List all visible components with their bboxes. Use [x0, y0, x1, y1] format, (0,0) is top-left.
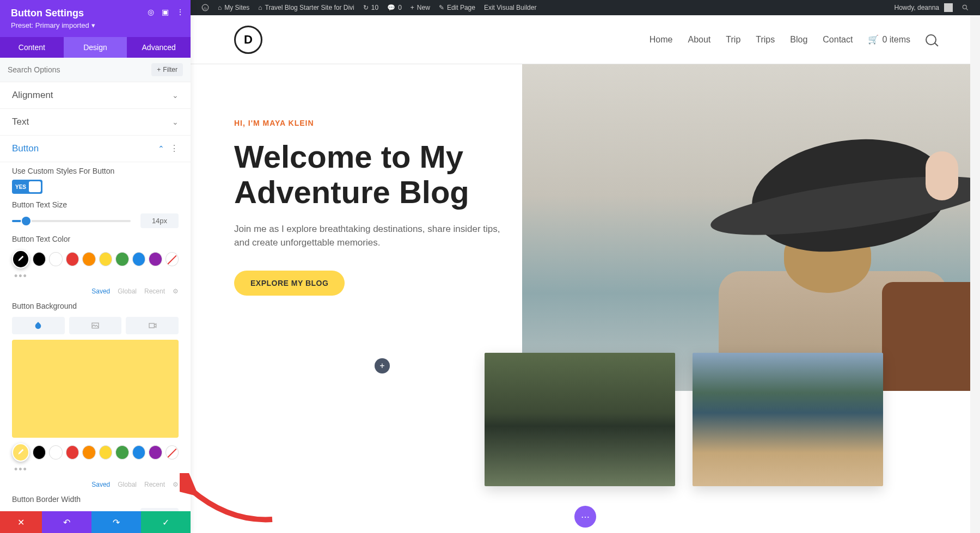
site-header: D Home About Trip Trips Blog Contact 🛒 0… [191, 15, 980, 64]
border-width-label: Button Border Width [12, 495, 179, 504]
comments-link[interactable]: 💬0 [383, 4, 406, 11]
hero-headline: Welcome to My Adventure Blog [234, 139, 500, 210]
nav-item[interactable]: About [688, 35, 711, 45]
nav-item[interactable]: Home [650, 35, 673, 45]
swatch[interactable] [132, 445, 145, 460]
text-color-label: Button Text Color [12, 235, 179, 243]
nav-item[interactable]: Blog [790, 35, 807, 45]
admin-search-icon[interactable] [957, 4, 973, 11]
wp-logo[interactable] [197, 4, 213, 11]
swatch[interactable] [33, 252, 46, 266]
expand-icon[interactable]: ▣ [162, 8, 169, 16]
sidebar-footer: ✕ ↶ ↷ ✓ [0, 511, 191, 533]
gear-icon[interactable]: ⚙ [173, 481, 179, 488]
image-card[interactable] [693, 353, 883, 486]
text-color-swatches [12, 248, 179, 271]
acc-text[interactable]: Text⌄ [0, 109, 191, 136]
page-canvas: D Home About Trip Trips Blog Contact 🛒 0… [191, 15, 980, 533]
tab-advanced[interactable]: Advanced [127, 37, 191, 58]
panel-body: Alignment⌄ Text⌄ Button⌃⋮ Use Custom Sty… [0, 82, 191, 511]
text-size-slider[interactable] [12, 220, 131, 222]
bg-tab-image[interactable] [69, 317, 122, 334]
swatch[interactable] [99, 252, 112, 266]
wp-admin-bar: ⌂My Sites ⌂Travel Blog Starter Site for … [191, 0, 980, 15]
swatch[interactable] [82, 445, 95, 460]
cancel-button[interactable]: ✕ [0, 511, 42, 533]
chevron-up-icon: ⌃ [158, 144, 164, 153]
builder-fab[interactable]: ⋯ [574, 506, 596, 528]
my-sites-link[interactable]: ⌂My Sites [213, 4, 254, 11]
nav-item[interactable]: Trips [756, 35, 775, 45]
hero-eyebrow: HI, I'M MAYA KLEIN [234, 119, 500, 127]
acc-alignment[interactable]: Alignment⌄ [0, 82, 191, 109]
nav-item[interactable]: Contact [823, 35, 853, 45]
custom-styles-toggle[interactable]: YES [12, 180, 42, 194]
save-button[interactable]: ✓ [141, 511, 191, 533]
svg-rect-4 [149, 323, 154, 328]
redo-button[interactable]: ↷ [91, 511, 141, 533]
more-dots[interactable]: ••• [12, 464, 179, 475]
swatch[interactable] [149, 445, 162, 460]
kebab-icon[interactable]: ⋮ [164, 144, 179, 153]
swatch[interactable] [115, 252, 128, 266]
palette-recent[interactable]: Recent [144, 481, 165, 488]
swatch[interactable] [49, 252, 62, 266]
palette-recent[interactable]: Recent [144, 287, 165, 295]
palette-saved[interactable]: Saved [91, 287, 110, 295]
new-link[interactable]: +New [406, 4, 434, 11]
nav-item[interactable]: Trip [726, 35, 740, 45]
svg-line-2 [966, 9, 968, 10]
swatch[interactable] [66, 445, 79, 460]
image-card[interactable] [485, 353, 675, 486]
cart-link[interactable]: 🛒 0 items [868, 34, 910, 45]
search-input[interactable] [8, 62, 151, 77]
filter-button[interactable]: +Filter [151, 63, 183, 76]
swatch-selected[interactable] [12, 443, 29, 462]
settings-tabs: Content Design Advanced [0, 37, 191, 58]
swatch-selected[interactable] [12, 250, 29, 268]
bg-preview[interactable] [12, 340, 179, 438]
swatch-none[interactable] [166, 445, 179, 460]
howdy-link[interactable]: Howdy, deanna [890, 3, 958, 12]
palette-global[interactable]: Global [118, 287, 137, 295]
swatch[interactable] [33, 445, 46, 460]
settings-sidebar: Button Settings Preset: Primary imported… [0, 0, 191, 533]
acc-button[interactable]: Button⌃⋮ [0, 136, 191, 162]
bg-tab-color[interactable] [12, 317, 65, 334]
hero-section: HI, I'M MAYA KLEIN Welcome to My Adventu… [191, 64, 980, 391]
preset-selector[interactable]: Preset: Primary imported▾ [11, 21, 180, 29]
site-title-link[interactable]: ⌂Travel Blog Starter Site for Divi [254, 4, 359, 11]
swatch[interactable] [82, 252, 95, 266]
swatch-none[interactable] [166, 252, 179, 266]
text-size-value[interactable]: 14px [140, 213, 179, 228]
gear-icon[interactable]: ⚙ [173, 287, 179, 295]
swatch[interactable] [99, 445, 112, 460]
site-logo[interactable]: D [234, 26, 262, 54]
swatch[interactable] [66, 252, 79, 266]
swatch[interactable] [149, 252, 162, 266]
tab-design[interactable]: Design [64, 37, 127, 58]
more-dots[interactable]: ••• [12, 271, 179, 282]
tab-content[interactable]: Content [0, 37, 64, 58]
updates-link[interactable]: ↻10 [359, 4, 383, 11]
bg-color-swatches [12, 441, 179, 464]
help-icon[interactable]: ◎ [148, 8, 154, 16]
undo-button[interactable]: ↶ [42, 511, 91, 533]
bg-tab-video[interactable] [126, 317, 179, 334]
kebab-icon[interactable]: ⋮ [176, 8, 184, 16]
palette-global[interactable]: Global [118, 481, 137, 488]
hero-image [522, 64, 980, 391]
add-section-button[interactable]: + [375, 358, 390, 373]
hero-cta-button[interactable]: EXPLORE MY BLOG [234, 271, 345, 296]
palette-links: Saved Global Recent ⚙ [0, 477, 191, 491]
search-icon[interactable] [926, 34, 936, 45]
swatch[interactable] [115, 445, 128, 460]
palette-saved[interactable]: Saved [91, 481, 110, 488]
exit-visual-builder[interactable]: Exit Visual Builder [480, 4, 541, 11]
edit-page-link[interactable]: ✎Edit Page [434, 4, 480, 11]
bg-type-tabs [0, 317, 191, 334]
scrollbar[interactable] [970, 15, 980, 533]
site-nav: Home About Trip Trips Blog Contact 🛒 0 i… [650, 34, 936, 45]
swatch[interactable] [49, 445, 62, 460]
swatch[interactable] [132, 252, 145, 266]
